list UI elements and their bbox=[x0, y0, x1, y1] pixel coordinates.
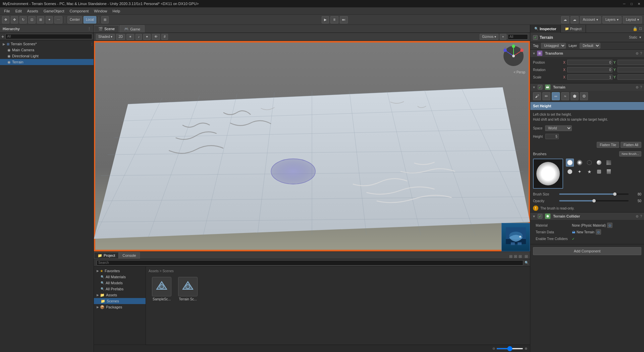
object-active-checkbox[interactable]: ✓ bbox=[533, 35, 538, 40]
menu-file[interactable]: File bbox=[1, 8, 13, 14]
tag-dropdown[interactable]: Untagged bbox=[541, 43, 566, 49]
project-all-materials[interactable]: 🔍 All Materials bbox=[94, 274, 146, 280]
terrain-help-icon[interactable]: ? bbox=[640, 85, 642, 89]
inspector-lock-icon[interactable]: 🔒 bbox=[633, 26, 638, 31]
hierarchy-menu-icon[interactable]: ⋮ bbox=[88, 27, 91, 31]
transform-tool-rect[interactable]: ⊞ bbox=[37, 16, 44, 23]
layers-dropdown[interactable]: Layers▾ bbox=[602, 16, 622, 23]
project-panel-icon4[interactable]: ⊞ bbox=[525, 254, 528, 259]
height-input[interactable] bbox=[545, 134, 559, 139]
space-dropdown[interactable]: World Local bbox=[545, 125, 572, 131]
brush-size-track[interactable] bbox=[559, 193, 629, 195]
transform-tool-scale[interactable]: ⊡ bbox=[28, 16, 36, 23]
brush-option-5[interactable] bbox=[605, 159, 613, 167]
brush-option-4[interactable] bbox=[595, 159, 603, 167]
lighting-toggle[interactable]: ☀ bbox=[126, 34, 134, 40]
terrain-data-link-button[interactable]: ⊙ bbox=[596, 229, 601, 235]
hierarchy-add-btn[interactable]: + bbox=[1, 34, 4, 39]
brush-option-6[interactable] bbox=[566, 168, 574, 176]
terrain-tool-set-height[interactable]: ═ bbox=[552, 92, 560, 100]
viewport-gizmo[interactable]: X Y Z bbox=[502, 44, 525, 68]
new-brush-button[interactable]: New Brush... bbox=[619, 151, 641, 157]
add-component-button[interactable]: Add Component bbox=[533, 247, 641, 255]
material-link-button[interactable]: ⊙ bbox=[607, 223, 612, 228]
transform-tool-hand[interactable]: ✥ bbox=[2, 16, 9, 23]
custom-tool[interactable]: ⋯ bbox=[54, 16, 62, 23]
layer-dropdown[interactable]: Default bbox=[580, 43, 600, 49]
project-panel-icon[interactable]: ⊞ bbox=[509, 254, 513, 259]
brush-option-2[interactable] bbox=[576, 159, 584, 167]
brush-preview-main[interactable] bbox=[533, 159, 563, 189]
tab-scene[interactable]: 🎬 Scene bbox=[94, 25, 119, 33]
terrain-settings-icon[interactable]: ⚙ bbox=[636, 85, 639, 89]
terrain-checkbox[interactable]: ✓ bbox=[538, 85, 542, 90]
maximize-button[interactable]: □ bbox=[629, 1, 634, 6]
scale-y-input[interactable] bbox=[618, 74, 644, 80]
snap-settings[interactable]: ⊞ bbox=[101, 16, 109, 23]
account-dropdown[interactable]: Account▾ bbox=[580, 16, 601, 23]
terrain-tool-stamp[interactable]: ✏ bbox=[542, 92, 550, 100]
terrain-collider-header[interactable]: ▼ ✓ ⬟ Terrain Collider ⚙ ? bbox=[530, 213, 644, 220]
brush-option-1[interactable] bbox=[566, 159, 574, 167]
brush-option-3[interactable] bbox=[585, 159, 593, 167]
terrain-tool-smooth[interactable]: ≈ bbox=[561, 92, 569, 100]
project-search-input[interactable] bbox=[97, 260, 523, 266]
asset-item-terrainscene[interactable]: Terrain Sc... bbox=[176, 277, 200, 301]
flatten-all-button[interactable]: Flatten All bbox=[621, 142, 641, 148]
project-panel-icon2[interactable]: ⊞ bbox=[514, 254, 517, 259]
position-x-input[interactable] bbox=[567, 60, 612, 65]
2d-toggle[interactable]: 2D bbox=[116, 34, 125, 40]
terrain-component-header[interactable]: ▼ ✓ 🏔 Terrain ⚙ ? bbox=[530, 83, 644, 91]
terrain-collider-settings-icon[interactable]: ⚙ bbox=[636, 215, 639, 218]
rotation-x-input[interactable] bbox=[567, 67, 612, 72]
transform-tool-all[interactable]: ✦ bbox=[46, 16, 53, 23]
tab-project-inspector[interactable]: 📁 Project bbox=[561, 25, 586, 33]
close-button[interactable]: ✕ bbox=[637, 1, 641, 6]
hierarchy-item-light[interactable]: ◉ Directional Light bbox=[0, 53, 94, 59]
terrain-collider-checkbox[interactable]: ✓ bbox=[538, 214, 542, 219]
position-y-input[interactable] bbox=[618, 60, 644, 65]
layout-dropdown[interactable]: Layout▾ bbox=[623, 16, 642, 23]
search-scene[interactable]: ⌖ bbox=[500, 34, 506, 40]
transform-settings-icon[interactable]: ⚙ bbox=[636, 52, 639, 55]
project-all-prefabs[interactable]: 🔍 All Prefabs bbox=[94, 286, 146, 292]
collab-button[interactable]: ☁ bbox=[561, 16, 569, 23]
tab-inspector[interactable]: 🔍 Inspector bbox=[530, 25, 561, 33]
brush-option-7[interactable]: ✦ bbox=[576, 168, 584, 176]
terrain-collider-help-icon[interactable]: ? bbox=[640, 215, 642, 218]
scene-search-input[interactable] bbox=[508, 34, 528, 40]
gizmos-dropdown[interactable]: Gizmos ▾ bbox=[480, 34, 498, 40]
transform-tool-rotate[interactable]: ↻ bbox=[19, 16, 27, 23]
cloud-button[interactable]: ☁ bbox=[571, 16, 579, 23]
terrain-tool-settings[interactable]: ⚙ bbox=[580, 92, 588, 100]
project-panel-icon3[interactable]: ⊞ bbox=[519, 254, 522, 259]
menu-assets[interactable]: Assets bbox=[24, 8, 41, 14]
shading-dropdown[interactable]: Shaded ▾ bbox=[96, 34, 115, 40]
viewport[interactable]: X Y Z < Persp bbox=[94, 41, 530, 251]
hierarchy-search[interactable] bbox=[5, 34, 92, 39]
scene-menu-icon[interactable]: ⋮ bbox=[90, 42, 94, 46]
local-global-button[interactable]: Local bbox=[84, 16, 96, 23]
play-button[interactable]: ▶ bbox=[322, 16, 329, 23]
static-dropdown-arrow[interactable]: ▾ bbox=[639, 35, 641, 40]
center-pivot-button[interactable]: Center bbox=[67, 16, 82, 23]
menu-component[interactable]: Component bbox=[67, 8, 91, 14]
audio-toggle[interactable]: ♪ bbox=[136, 34, 142, 40]
hierarchy-item-camera[interactable]: ◉ Main Camera bbox=[0, 47, 94, 53]
terrain-tool-paint-texture[interactable]: ⬟ bbox=[571, 92, 579, 100]
fx-toggle[interactable]: ✦ bbox=[143, 34, 151, 40]
brush-option-10[interactable] bbox=[605, 168, 613, 176]
transform-help-icon[interactable]: ? bbox=[640, 52, 642, 55]
project-packages-group[interactable]: ▶ 📦 Packages bbox=[94, 304, 146, 310]
menu-help[interactable]: Help bbox=[110, 8, 123, 14]
menu-window[interactable]: Window bbox=[91, 8, 110, 14]
hierarchy-scene-root[interactable]: ▶ ⊞ Terrain Scenes* ⋮ bbox=[0, 41, 94, 47]
terrain-tool-paint-height[interactable]: 🖌 bbox=[533, 92, 541, 100]
project-favorites-group[interactable]: ▶ ★ Favorites bbox=[94, 268, 146, 274]
flatten-tile-button[interactable]: Flatten Tile bbox=[597, 142, 619, 148]
enable-trees-checkbox[interactable]: ✓ bbox=[572, 237, 575, 241]
zoom-slider[interactable] bbox=[496, 348, 523, 349]
scene-vis-toggle[interactable]: 👁 bbox=[152, 34, 160, 40]
tab-project[interactable]: 📁 Project bbox=[94, 252, 119, 259]
grid-toggle[interactable]: # bbox=[161, 34, 168, 40]
